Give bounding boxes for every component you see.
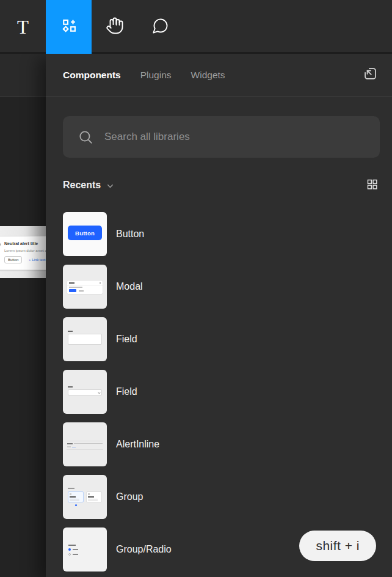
canvas-frame: Neutral alert title Lorem ipsum dolor am… [0, 226, 46, 278]
search-field[interactable] [63, 116, 380, 158]
alert-title: Neutral alert title [4, 241, 38, 246]
list-item-field-select[interactable]: Field [46, 366, 392, 418]
item-label: Group/Radio [116, 544, 172, 555]
thumbnail-modal [63, 265, 107, 309]
panel-tabs: Components Plugins Widgets [46, 54, 392, 97]
thumbnail-field [63, 317, 107, 361]
recents-dropdown[interactable]: Recents [63, 180, 114, 191]
canvas-alert-card[interactable]: Neutral alert title Lorem ipsum dolor am… [0, 236, 46, 270]
comment-tool-icon [152, 17, 169, 37]
grid-view-icon [366, 178, 379, 193]
text-tool-icon: T [17, 18, 29, 37]
thumbnail-field-select [63, 370, 107, 414]
item-label: Button [116, 229, 144, 240]
tab-components[interactable]: Components [63, 70, 121, 81]
comment-tool-button[interactable] [137, 0, 183, 54]
chevron-down-icon [106, 182, 114, 190]
item-label: Group [116, 491, 143, 502]
hand-tool-button[interactable] [92, 0, 137, 54]
thumbnail-button: Button [63, 212, 107, 256]
components-tool-button[interactable] [46, 0, 92, 54]
grid-view-button[interactable] [366, 178, 379, 193]
top-toolbar: T [0, 0, 392, 54]
item-label: Field [116, 386, 137, 397]
components-panel: Components Plugins Widgets Recents [46, 54, 392, 577]
components-tool-icon [60, 17, 78, 37]
thumbnail-group-radio [63, 527, 107, 571]
list-item-group[interactable]: Group [46, 471, 392, 523]
list-item-button[interactable]: Button Button [46, 208, 392, 260]
recents-header: Recents [63, 176, 379, 194]
tab-plugins[interactable]: Plugins [140, 70, 172, 81]
thumbnail-alertinline [63, 422, 107, 466]
recents-list: Button Button Modal Field F [46, 208, 392, 576]
item-label: AlertInline [116, 439, 159, 450]
item-label: Modal [116, 281, 143, 292]
canvas-top-band [0, 54, 46, 97]
shortcut-badge: shift + i [299, 531, 376, 561]
text-tool-button[interactable]: T [0, 0, 46, 54]
popout-icon [362, 65, 379, 84]
search-input[interactable] [104, 131, 380, 143]
tab-widgets[interactable]: Widgets [191, 70, 225, 81]
alert-button: Button [4, 256, 22, 263]
list-item-modal[interactable]: Modal [46, 260, 392, 313]
info-icon [0, 242, 1, 247]
thumbnail-group [63, 475, 107, 519]
search-icon [78, 129, 93, 145]
popout-button[interactable] [362, 65, 379, 84]
list-item-alertinline[interactable]: AlertInline [46, 418, 392, 471]
alert-body: Lorem ipsum dolor amet conse [4, 249, 46, 252]
canvas-area[interactable]: Neutral alert title Lorem ipsum dolor am… [0, 54, 46, 577]
item-label: Field [116, 334, 137, 345]
hand-tool-icon [106, 17, 124, 37]
list-item-field[interactable]: Field [46, 313, 392, 366]
alert-link: + Link text [29, 258, 46, 262]
